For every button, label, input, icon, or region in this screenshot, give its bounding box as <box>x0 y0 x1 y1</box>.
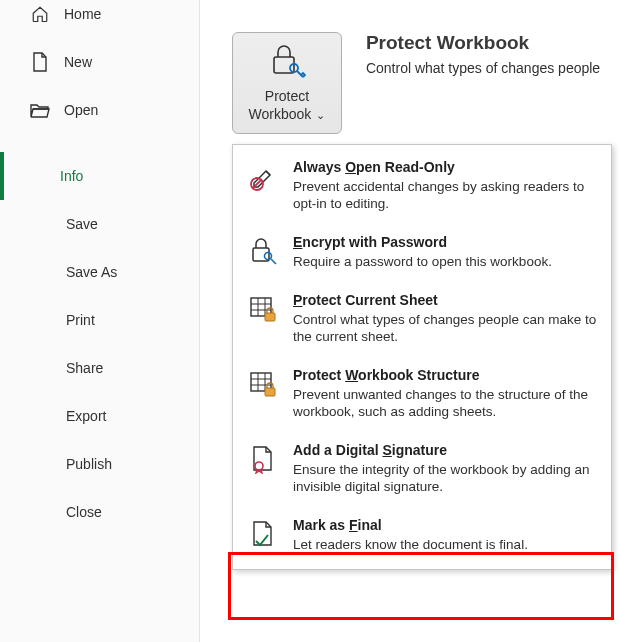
menu-item-desc: Require a password to open this workbook… <box>293 253 597 270</box>
pencil-no-icon <box>247 159 279 212</box>
menu-item-desc: Prevent accidental changes by asking rea… <box>293 178 597 212</box>
document-ribbon-icon <box>247 442 279 495</box>
menu-protect-workbook-structure[interactable]: Protect Workbook Structure Prevent unwan… <box>233 357 611 432</box>
nav-label: Export <box>66 408 106 424</box>
menu-item-desc: Let readers know the document is final. <box>293 536 597 553</box>
nav-save-as[interactable]: Save As <box>6 248 199 296</box>
nav-label: Print <box>66 312 95 328</box>
sheet-lock-icon <box>247 292 279 345</box>
info-content: Protect Workbook ⌄ Protect Workbook Cont… <box>232 32 620 134</box>
nav-publish[interactable]: Publish <box>6 440 199 488</box>
nav-label: Save As <box>66 264 117 280</box>
open-folder-icon <box>30 102 50 118</box>
menu-item-title: Mark as Final <box>293 517 597 533</box>
workbook-lock-icon <box>247 367 279 420</box>
menu-item-title: Encrypt with Password <box>293 234 597 250</box>
menu-item-desc: Ensure the integrity of the workbook by … <box>293 461 597 495</box>
chevron-down-icon: ⌄ <box>313 109 325 121</box>
menu-item-desc: Control what types of changes people can… <box>293 311 597 345</box>
nav-open[interactable]: Open <box>6 86 199 134</box>
nav-export[interactable]: Export <box>6 392 199 440</box>
backstage-sidebar: Home New Open Info Save Save As Print Sh… <box>0 0 200 642</box>
nav-label: Info <box>60 168 83 184</box>
menu-protect-current-sheet[interactable]: Protect Current Sheet Control what types… <box>233 282 611 357</box>
menu-item-title: Always Open Read-Only <box>293 159 597 175</box>
protect-button-label: Protect Workbook ⌄ <box>249 87 326 124</box>
svg-point-18 <box>255 462 263 470</box>
protect-heading: Protect Workbook Control what types of c… <box>366 32 600 76</box>
menu-mark-as-final[interactable]: Mark as Final Let readers know the docum… <box>233 507 611 565</box>
menu-item-title: Protect Current Sheet <box>293 292 597 308</box>
nav-close[interactable]: Close <box>6 488 199 536</box>
menu-encrypt-with-password[interactable]: Encrypt with Password Require a password… <box>233 224 611 282</box>
protect-workbook-button[interactable]: Protect Workbook ⌄ <box>232 32 342 134</box>
svg-rect-17 <box>265 388 275 396</box>
document-check-icon <box>247 517 279 553</box>
nav-share[interactable]: Share <box>6 344 199 392</box>
nav-save[interactable]: Save <box>6 200 199 248</box>
menu-item-title: Protect Workbook Structure <box>293 367 597 383</box>
nav-label: Home <box>64 6 101 22</box>
nav-label: Open <box>64 102 98 118</box>
menu-always-open-read-only[interactable]: Always Open Read-Only Prevent accidental… <box>233 149 611 224</box>
nav-label: Save <box>66 216 98 232</box>
new-file-icon <box>30 52 50 72</box>
nav-label: Publish <box>66 456 112 472</box>
nav-info[interactable]: Info <box>0 152 199 200</box>
protect-title: Protect Workbook <box>366 32 600 54</box>
menu-item-title: Add a Digital Signature <box>293 442 597 458</box>
nav-print[interactable]: Print <box>6 296 199 344</box>
svg-rect-11 <box>265 313 275 321</box>
svg-point-5 <box>265 253 272 260</box>
protect-workbook-menu: Always Open Read-Only Prevent accidental… <box>232 144 612 570</box>
nav-home[interactable]: Home <box>6 0 199 38</box>
protect-subtitle: Control what types of changes people <box>366 60 600 76</box>
menu-item-desc: Prevent unwanted changes to the structur… <box>293 386 597 420</box>
nav-label: Close <box>66 504 102 520</box>
menu-add-digital-signature[interactable]: Add a Digital Signature Ensure the integ… <box>233 432 611 507</box>
nav-new[interactable]: New <box>6 38 199 86</box>
lock-key-icon <box>268 42 306 81</box>
nav-label: New <box>64 54 92 70</box>
nav-label: Share <box>66 360 103 376</box>
home-icon <box>30 5 50 23</box>
lock-key-icon <box>247 234 279 270</box>
